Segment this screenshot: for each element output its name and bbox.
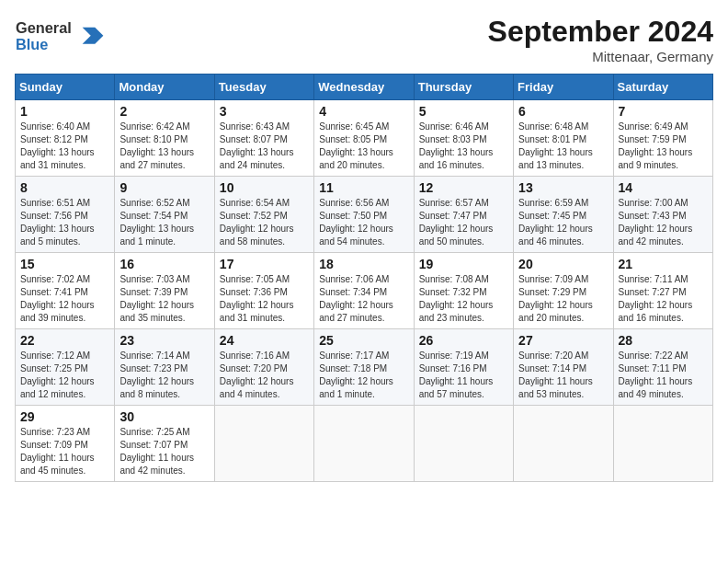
list-item: 4Sunrise: 6:45 AM Sunset: 8:05 PM Daylig… xyxy=(314,100,414,177)
svg-text:Blue: Blue xyxy=(16,36,48,52)
day-number: 26 xyxy=(419,333,508,348)
day-info: Sunrise: 7:14 AM Sunset: 7:23 PM Dayligh… xyxy=(119,350,209,401)
table-row: 1Sunrise: 6:40 AM Sunset: 8:12 PM Daylig… xyxy=(16,100,713,177)
col-saturday: Saturday xyxy=(613,75,712,100)
day-number: 16 xyxy=(119,257,209,271)
day-number: 10 xyxy=(220,180,309,195)
day-info: Sunrise: 6:51 AM Sunset: 7:56 PM Dayligh… xyxy=(20,197,109,248)
day-info: Sunrise: 6:56 AM Sunset: 7:50 PM Dayligh… xyxy=(319,197,408,248)
day-number: 23 xyxy=(119,333,209,348)
day-number: 30 xyxy=(119,409,209,424)
list-item: 28Sunrise: 7:22 AM Sunset: 7:11 PM Dayli… xyxy=(613,329,712,406)
logo: General Blue xyxy=(15,15,125,61)
month-title: September 2024 xyxy=(488,15,713,49)
day-info: Sunrise: 7:16 AM Sunset: 7:20 PM Dayligh… xyxy=(220,350,309,401)
day-number: 25 xyxy=(319,333,408,348)
day-number: 5 xyxy=(419,104,508,119)
list-item: 22Sunrise: 7:12 AM Sunset: 7:25 PM Dayli… xyxy=(16,329,115,406)
list-item xyxy=(214,406,313,482)
title-section: September 2024 Mittenaar, Germany xyxy=(488,15,713,64)
list-item: 14Sunrise: 7:00 AM Sunset: 7:43 PM Dayli… xyxy=(613,177,712,253)
list-item: 16Sunrise: 7:03 AM Sunset: 7:39 PM Dayli… xyxy=(115,253,214,329)
list-item: 5Sunrise: 6:46 AM Sunset: 8:03 PM Daylig… xyxy=(414,100,513,177)
day-info: Sunrise: 7:00 AM Sunset: 7:43 PM Dayligh… xyxy=(619,197,708,248)
list-item: 24Sunrise: 7:16 AM Sunset: 7:20 PM Dayli… xyxy=(214,329,313,406)
col-friday: Friday xyxy=(514,75,613,100)
list-item xyxy=(314,406,414,482)
day-info: Sunrise: 7:11 AM Sunset: 7:27 PM Dayligh… xyxy=(619,273,708,325)
col-sunday: Sunday xyxy=(16,75,115,100)
day-info: Sunrise: 6:57 AM Sunset: 7:47 PM Dayligh… xyxy=(419,197,508,248)
day-number: 21 xyxy=(619,257,708,271)
day-number: 20 xyxy=(518,257,608,271)
day-info: Sunrise: 7:12 AM Sunset: 7:25 PM Dayligh… xyxy=(20,350,109,401)
table-row: 15Sunrise: 7:02 AM Sunset: 7:41 PM Dayli… xyxy=(16,253,713,329)
day-info: Sunrise: 7:17 AM Sunset: 7:18 PM Dayligh… xyxy=(319,350,408,401)
day-number: 14 xyxy=(619,180,708,195)
day-info: Sunrise: 7:19 AM Sunset: 7:16 PM Dayligh… xyxy=(419,350,508,401)
day-number: 2 xyxy=(119,104,209,119)
list-item: 8Sunrise: 6:51 AM Sunset: 7:56 PM Daylig… xyxy=(16,177,115,253)
list-item: 17Sunrise: 7:05 AM Sunset: 7:36 PM Dayli… xyxy=(214,253,313,329)
list-item: 11Sunrise: 6:56 AM Sunset: 7:50 PM Dayli… xyxy=(314,177,414,253)
header-row: Sunday Monday Tuesday Wednesday Thursday… xyxy=(16,75,713,100)
svg-text:General: General xyxy=(16,19,72,36)
day-info: Sunrise: 7:23 AM Sunset: 7:09 PM Dayligh… xyxy=(20,426,109,477)
day-number: 27 xyxy=(518,333,608,348)
day-info: Sunrise: 7:25 AM Sunset: 7:07 PM Dayligh… xyxy=(119,426,209,477)
col-monday: Monday xyxy=(115,75,214,100)
day-info: Sunrise: 6:54 AM Sunset: 7:52 PM Dayligh… xyxy=(220,197,309,248)
list-item: 25Sunrise: 7:17 AM Sunset: 7:18 PM Dayli… xyxy=(314,329,414,406)
day-number: 9 xyxy=(119,180,209,195)
day-info: Sunrise: 7:03 AM Sunset: 7:39 PM Dayligh… xyxy=(119,273,209,325)
day-info: Sunrise: 6:48 AM Sunset: 8:01 PM Dayligh… xyxy=(518,121,608,172)
list-item: 1Sunrise: 6:40 AM Sunset: 8:12 PM Daylig… xyxy=(16,100,115,177)
day-info: Sunrise: 6:46 AM Sunset: 8:03 PM Dayligh… xyxy=(419,121,508,172)
day-number: 17 xyxy=(220,257,309,271)
list-item: 15Sunrise: 7:02 AM Sunset: 7:41 PM Dayli… xyxy=(16,253,115,329)
day-number: 15 xyxy=(20,257,109,271)
day-info: Sunrise: 6:40 AM Sunset: 8:12 PM Dayligh… xyxy=(20,121,109,172)
list-item: 9Sunrise: 6:52 AM Sunset: 7:54 PM Daylig… xyxy=(115,177,214,253)
calendar-table: Sunday Monday Tuesday Wednesday Thursday… xyxy=(15,74,713,482)
list-item: 18Sunrise: 7:06 AM Sunset: 7:34 PM Dayli… xyxy=(314,253,414,329)
list-item: 23Sunrise: 7:14 AM Sunset: 7:23 PM Dayli… xyxy=(115,329,214,406)
day-number: 19 xyxy=(419,257,508,271)
list-item: 30Sunrise: 7:25 AM Sunset: 7:07 PM Dayli… xyxy=(115,406,214,482)
list-item: 2Sunrise: 6:42 AM Sunset: 8:10 PM Daylig… xyxy=(115,100,214,177)
list-item xyxy=(514,406,613,482)
day-number: 18 xyxy=(319,257,408,271)
list-item: 20Sunrise: 7:09 AM Sunset: 7:29 PM Dayli… xyxy=(514,253,613,329)
day-number: 24 xyxy=(220,333,309,348)
list-item: 13Sunrise: 6:59 AM Sunset: 7:45 PM Dayli… xyxy=(514,177,613,253)
day-info: Sunrise: 6:49 AM Sunset: 7:59 PM Dayligh… xyxy=(619,121,708,172)
list-item: 21Sunrise: 7:11 AM Sunset: 7:27 PM Dayli… xyxy=(613,253,712,329)
table-row: 8Sunrise: 6:51 AM Sunset: 7:56 PM Daylig… xyxy=(16,177,713,253)
day-info: Sunrise: 6:43 AM Sunset: 8:07 PM Dayligh… xyxy=(220,121,309,172)
list-item: 19Sunrise: 7:08 AM Sunset: 7:32 PM Dayli… xyxy=(414,253,513,329)
list-item: 26Sunrise: 7:19 AM Sunset: 7:16 PM Dayli… xyxy=(414,329,513,406)
col-tuesday: Tuesday xyxy=(214,75,313,100)
day-info: Sunrise: 7:22 AM Sunset: 7:11 PM Dayligh… xyxy=(619,350,708,401)
list-item: 12Sunrise: 6:57 AM Sunset: 7:47 PM Dayli… xyxy=(414,177,513,253)
day-info: Sunrise: 6:42 AM Sunset: 8:10 PM Dayligh… xyxy=(119,121,209,172)
svg-marker-2 xyxy=(83,28,104,44)
location: Mittenaar, Germany xyxy=(488,49,713,64)
day-number: 4 xyxy=(319,104,408,119)
day-number: 8 xyxy=(20,180,109,195)
day-number: 22 xyxy=(20,333,109,348)
list-item xyxy=(414,406,513,482)
day-number: 28 xyxy=(619,333,708,348)
day-number: 7 xyxy=(619,104,708,119)
logo-svg: General Blue xyxy=(15,15,125,61)
list-item: 10Sunrise: 6:54 AM Sunset: 7:52 PM Dayli… xyxy=(214,177,313,253)
col-thursday: Thursday xyxy=(414,75,513,100)
day-info: Sunrise: 7:20 AM Sunset: 7:14 PM Dayligh… xyxy=(518,350,608,401)
list-item: 7Sunrise: 6:49 AM Sunset: 7:59 PM Daylig… xyxy=(613,100,712,177)
list-item: 29Sunrise: 7:23 AM Sunset: 7:09 PM Dayli… xyxy=(16,406,115,482)
day-number: 29 xyxy=(20,409,109,424)
col-wednesday: Wednesday xyxy=(314,75,414,100)
day-number: 6 xyxy=(518,104,608,119)
day-info: Sunrise: 7:02 AM Sunset: 7:41 PM Dayligh… xyxy=(20,273,109,325)
day-info: Sunrise: 6:59 AM Sunset: 7:45 PM Dayligh… xyxy=(518,197,608,248)
